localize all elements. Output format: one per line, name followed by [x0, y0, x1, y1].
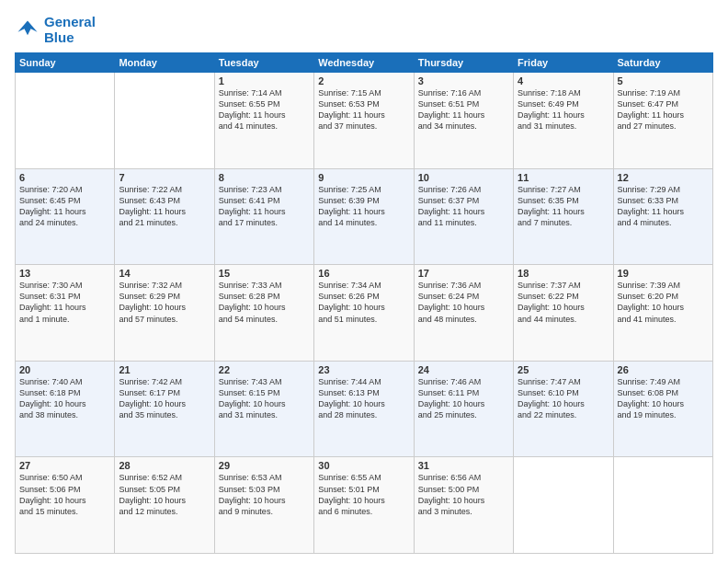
day-info: Sunrise: 7:20 AM Sunset: 6:45 PM Dayligh…: [19, 184, 110, 229]
logo-text-line1: General: [44, 15, 96, 30]
calendar-day-27: 27Sunrise: 6:50 AM Sunset: 5:06 PM Dayli…: [16, 457, 115, 554]
calendar-day-26: 26Sunrise: 7:49 AM Sunset: 6:08 PM Dayli…: [613, 361, 712, 457]
day-info: Sunrise: 6:52 AM Sunset: 5:05 PM Dayligh…: [119, 472, 210, 517]
day-info: Sunrise: 6:50 AM Sunset: 5:06 PM Dayligh…: [19, 472, 110, 517]
day-number: 4: [518, 75, 609, 86]
calendar-header-sunday: Sunday: [16, 53, 115, 73]
day-info: Sunrise: 7:43 AM Sunset: 6:15 PM Dayligh…: [219, 376, 310, 421]
svg-marker-0: [18, 20, 38, 35]
calendar-day-5: 5Sunrise: 7:19 AM Sunset: 6:47 PM Daylig…: [613, 73, 712, 169]
calendar-day-20: 20Sunrise: 7:40 AM Sunset: 6:18 PM Dayli…: [16, 361, 115, 457]
calendar-day-1: 1Sunrise: 7:14 AM Sunset: 6:55 PM Daylig…: [214, 73, 313, 169]
day-number: 24: [418, 364, 509, 375]
day-info: Sunrise: 7:36 AM Sunset: 6:24 PM Dayligh…: [418, 280, 509, 325]
calendar-day-25: 25Sunrise: 7:47 AM Sunset: 6:10 PM Dayli…: [514, 361, 613, 457]
day-info: Sunrise: 7:40 AM Sunset: 6:18 PM Dayligh…: [19, 376, 110, 421]
day-number: 7: [119, 172, 210, 183]
calendar-day-22: 22Sunrise: 7:43 AM Sunset: 6:15 PM Dayli…: [214, 361, 313, 457]
day-info: Sunrise: 7:29 AM Sunset: 6:33 PM Dayligh…: [618, 184, 709, 229]
day-number: 30: [318, 460, 409, 471]
calendar-day-13: 13Sunrise: 7:30 AM Sunset: 6:31 PM Dayli…: [16, 265, 115, 362]
calendar-header-row: SundayMondayTuesdayWednesdayThursdayFrid…: [16, 53, 713, 73]
day-number: 1: [219, 75, 310, 86]
day-info: Sunrise: 7:32 AM Sunset: 6:29 PM Dayligh…: [119, 280, 210, 325]
calendar-day-11: 11Sunrise: 7:27 AM Sunset: 6:35 PM Dayli…: [514, 168, 613, 265]
calendar-day-4: 4Sunrise: 7:18 AM Sunset: 6:49 PM Daylig…: [514, 73, 613, 169]
calendar-header-saturday: Saturday: [613, 53, 712, 73]
calendar-day-23: 23Sunrise: 7:44 AM Sunset: 6:13 PM Dayli…: [314, 361, 414, 457]
day-number: 14: [119, 268, 210, 279]
day-info: Sunrise: 7:44 AM Sunset: 6:13 PM Dayligh…: [318, 376, 409, 421]
day-info: Sunrise: 6:55 AM Sunset: 5:01 PM Dayligh…: [318, 472, 409, 517]
day-number: 31: [418, 460, 509, 471]
calendar-day-14: 14Sunrise: 7:32 AM Sunset: 6:29 PM Dayli…: [115, 265, 214, 362]
calendar-header-wednesday: Wednesday: [314, 53, 414, 73]
calendar-empty-cell: [16, 73, 115, 169]
day-number: 22: [219, 364, 310, 375]
day-info: Sunrise: 7:22 AM Sunset: 6:43 PM Dayligh…: [119, 184, 210, 229]
day-number: 5: [618, 75, 709, 86]
calendar-day-9: 9Sunrise: 7:25 AM Sunset: 6:39 PM Daylig…: [314, 168, 414, 265]
calendar-day-2: 2Sunrise: 7:15 AM Sunset: 6:53 PM Daylig…: [314, 73, 414, 169]
day-number: 13: [19, 268, 110, 279]
calendar-week-row: 20Sunrise: 7:40 AM Sunset: 6:18 PM Dayli…: [16, 361, 713, 457]
calendar-day-8: 8Sunrise: 7:23 AM Sunset: 6:41 PM Daylig…: [214, 168, 313, 265]
day-number: 15: [219, 268, 310, 279]
calendar-day-16: 16Sunrise: 7:34 AM Sunset: 6:26 PM Dayli…: [314, 265, 414, 362]
day-number: 28: [119, 460, 210, 471]
calendar-day-12: 12Sunrise: 7:29 AM Sunset: 6:33 PM Dayli…: [613, 168, 712, 265]
calendar-day-6: 6Sunrise: 7:20 AM Sunset: 6:45 PM Daylig…: [16, 168, 115, 265]
calendar-table: SundayMondayTuesdayWednesdayThursdayFrid…: [15, 52, 713, 554]
page: General Blue SundayMondayTuesdayWednesda…: [0, 0, 728, 563]
calendar-week-row: 1Sunrise: 7:14 AM Sunset: 6:55 PM Daylig…: [16, 73, 713, 169]
day-number: 17: [418, 268, 509, 279]
day-info: Sunrise: 7:34 AM Sunset: 6:26 PM Dayligh…: [318, 280, 409, 325]
calendar-week-row: 13Sunrise: 7:30 AM Sunset: 6:31 PM Dayli…: [16, 265, 713, 362]
calendar-day-10: 10Sunrise: 7:26 AM Sunset: 6:37 PM Dayli…: [414, 168, 513, 265]
calendar-day-29: 29Sunrise: 6:53 AM Sunset: 5:03 PM Dayli…: [214, 457, 313, 554]
day-number: 6: [19, 172, 110, 183]
day-number: 29: [219, 460, 310, 471]
calendar-header-tuesday: Tuesday: [214, 53, 313, 73]
day-info: Sunrise: 7:49 AM Sunset: 6:08 PM Dayligh…: [618, 376, 709, 421]
day-info: Sunrise: 7:27 AM Sunset: 6:35 PM Dayligh…: [518, 184, 609, 229]
day-number: 27: [19, 460, 110, 471]
day-info: Sunrise: 7:14 AM Sunset: 6:55 PM Dayligh…: [219, 87, 310, 132]
day-info: Sunrise: 7:15 AM Sunset: 6:53 PM Dayligh…: [318, 87, 409, 132]
day-info: Sunrise: 7:42 AM Sunset: 6:17 PM Dayligh…: [119, 376, 210, 421]
day-number: 26: [618, 364, 709, 375]
logo-icon: [15, 17, 40, 43]
logo: General Blue: [15, 15, 96, 45]
day-number: 19: [618, 268, 709, 279]
calendar-day-30: 30Sunrise: 6:55 AM Sunset: 5:01 PM Dayli…: [314, 457, 414, 554]
day-info: Sunrise: 7:46 AM Sunset: 6:11 PM Dayligh…: [418, 376, 509, 421]
calendar-header-monday: Monday: [115, 53, 214, 73]
day-number: 10: [418, 172, 509, 183]
day-info: Sunrise: 7:30 AM Sunset: 6:31 PM Dayligh…: [19, 280, 110, 325]
day-info: Sunrise: 7:25 AM Sunset: 6:39 PM Dayligh…: [318, 184, 409, 229]
day-info: Sunrise: 7:16 AM Sunset: 6:51 PM Dayligh…: [418, 87, 509, 132]
day-info: Sunrise: 7:33 AM Sunset: 6:28 PM Dayligh…: [219, 280, 310, 325]
day-info: Sunrise: 7:39 AM Sunset: 6:20 PM Dayligh…: [618, 280, 709, 325]
day-info: Sunrise: 7:19 AM Sunset: 6:47 PM Dayligh…: [618, 87, 709, 132]
calendar-day-24: 24Sunrise: 7:46 AM Sunset: 6:11 PM Dayli…: [414, 361, 513, 457]
day-number: 25: [518, 364, 609, 375]
day-number: 12: [618, 172, 709, 183]
calendar-empty-cell: [613, 457, 712, 554]
day-number: 20: [19, 364, 110, 375]
calendar-day-15: 15Sunrise: 7:33 AM Sunset: 6:28 PM Dayli…: [214, 265, 313, 362]
calendar-day-31: 31Sunrise: 6:56 AM Sunset: 5:00 PM Dayli…: [414, 457, 513, 554]
day-info: Sunrise: 7:26 AM Sunset: 6:37 PM Dayligh…: [418, 184, 509, 229]
day-info: Sunrise: 7:47 AM Sunset: 6:10 PM Dayligh…: [518, 376, 609, 421]
day-info: Sunrise: 6:56 AM Sunset: 5:00 PM Dayligh…: [418, 472, 509, 517]
calendar-empty-cell: [514, 457, 613, 554]
calendar-header-friday: Friday: [514, 53, 613, 73]
day-info: Sunrise: 7:18 AM Sunset: 6:49 PM Dayligh…: [518, 87, 609, 132]
calendar-week-row: 27Sunrise: 6:50 AM Sunset: 5:06 PM Dayli…: [16, 457, 713, 554]
day-number: 18: [518, 268, 609, 279]
calendar-header-thursday: Thursday: [414, 53, 513, 73]
calendar-empty-cell: [115, 73, 214, 169]
day-number: 21: [119, 364, 210, 375]
day-number: 2: [318, 75, 409, 86]
calendar-day-28: 28Sunrise: 6:52 AM Sunset: 5:05 PM Dayli…: [115, 457, 214, 554]
